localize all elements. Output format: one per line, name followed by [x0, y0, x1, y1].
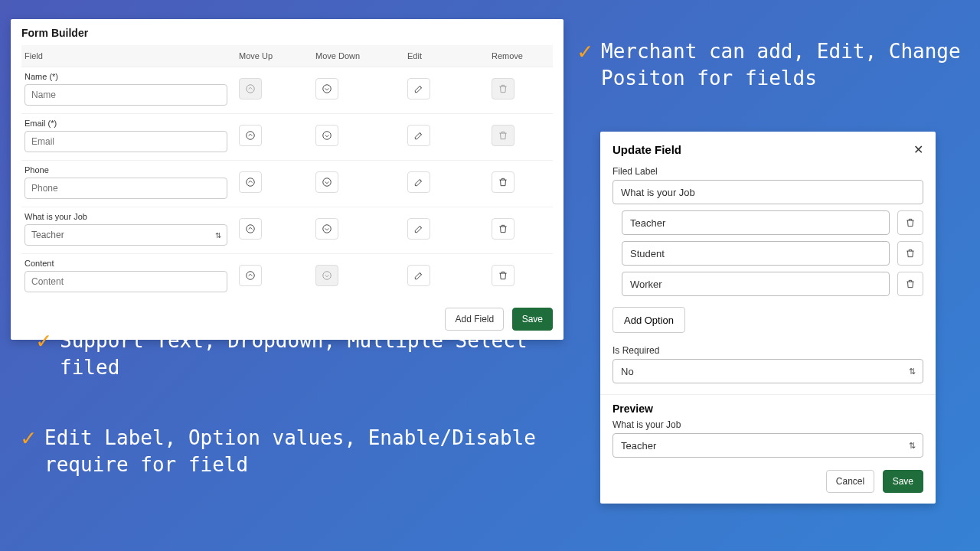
edit-button[interactable] [407, 218, 430, 240]
table-row: What is your Job⇅ [21, 207, 553, 254]
delete-option-button[interactable] [897, 210, 923, 235]
is-required-label: Is Required [612, 345, 923, 356]
move-down-button[interactable] [315, 78, 338, 99]
field-select[interactable] [24, 224, 227, 246]
check-icon: ✓ [21, 426, 35, 449]
edit-button[interactable] [407, 171, 430, 193]
svg-point-8 [247, 272, 255, 280]
edit-button[interactable] [407, 265, 430, 286]
move-up-button[interactable] [239, 265, 262, 286]
table-row: Phone [21, 161, 553, 207]
col-move-down: Move Down [315, 51, 407, 60]
form-builder-header-row: Field Move Up Move Down Edit Remove [21, 45, 553, 67]
svg-point-7 [323, 225, 332, 233]
svg-point-2 [247, 132, 255, 140]
feature-bullet: ✓ Support Text, Dropdown, Multiple Selec… [37, 328, 573, 381]
field-label: Name (*) [24, 72, 239, 81]
col-remove: Remove [492, 51, 560, 60]
preview-field-label: What is your Job [612, 419, 923, 430]
edit-button[interactable] [407, 78, 430, 99]
delete-option-button[interactable] [897, 241, 923, 266]
field-input[interactable] [24, 178, 227, 199]
option-row [622, 272, 923, 296]
move-up-button [239, 78, 262, 99]
field-input[interactable] [24, 131, 227, 152]
close-icon[interactable]: ✕ [913, 142, 923, 157]
remove-button[interactable] [492, 218, 514, 240]
form-builder-panel: Form Builder Field Move Up Move Down Edi… [11, 19, 564, 340]
add-option-button[interactable]: Add Option [612, 307, 685, 333]
delete-option-button[interactable] [897, 272, 923, 296]
field-label: Phone [24, 165, 239, 174]
move-up-button[interactable] [239, 125, 262, 146]
move-up-button[interactable] [239, 218, 262, 240]
svg-point-3 [323, 132, 332, 140]
table-row: Content [21, 254, 553, 300]
bullet-text: Merchant can add, Edit, Change Positon f… [601, 38, 961, 92]
move-down-button[interactable] [315, 125, 338, 146]
check-icon: ✓ [37, 329, 51, 352]
move-down-button[interactable] [315, 171, 338, 193]
option-row [622, 210, 923, 235]
edit-button[interactable] [407, 125, 430, 146]
remove-button[interactable] [492, 265, 514, 286]
feature-bullet: ✓ Merchant can add, Edit, Change Positon… [578, 38, 961, 92]
field-label: Content [24, 259, 239, 268]
col-edit: Edit [407, 51, 492, 60]
col-move-up: Move Up [239, 51, 315, 60]
svg-point-5 [323, 178, 332, 187]
col-field: Field [24, 51, 239, 60]
field-input[interactable] [24, 271, 227, 292]
field-input[interactable] [24, 84, 227, 106]
move-up-button[interactable] [239, 171, 262, 193]
modal-title: Update Field [612, 143, 681, 156]
feature-bullet: ✓ Edit Label, Option values, Enable/Disa… [21, 425, 588, 478]
remove-button [492, 125, 514, 146]
move-down-button[interactable] [315, 218, 338, 240]
option-input[interactable] [622, 272, 890, 296]
field-label-label: Filed Label [612, 166, 923, 177]
bullet-text: Edit Label, Option values, Enable/Disabl… [44, 425, 588, 478]
table-row: Email (*) [21, 114, 553, 161]
option-row [622, 241, 923, 266]
form-builder-footer: Add Field Save [21, 300, 553, 331]
form-builder-title: Form Builder [21, 27, 553, 39]
field-label: What is your Job [24, 212, 239, 221]
remove-button[interactable] [492, 171, 514, 193]
preview-select[interactable] [612, 433, 923, 458]
table-row: Name (*) [21, 67, 553, 114]
svg-point-0 [247, 85, 255, 93]
remove-button [492, 78, 514, 99]
field-label-input[interactable] [612, 180, 923, 204]
option-input[interactable] [622, 241, 890, 266]
option-input[interactable] [622, 210, 890, 235]
modal-save-button[interactable]: Save [883, 470, 923, 493]
cancel-button[interactable]: Cancel [826, 470, 874, 493]
svg-point-9 [323, 272, 332, 280]
svg-point-4 [247, 178, 255, 187]
update-field-modal: Update Field ✕ Filed Label Add Option Is… [600, 132, 936, 504]
move-down-button [315, 265, 338, 286]
preview-title: Preview [612, 403, 923, 415]
bullet-text: Support Text, Dropdown, Multiple Select … [60, 328, 573, 381]
svg-point-1 [323, 85, 332, 93]
check-icon: ✓ [578, 40, 592, 63]
svg-point-6 [247, 225, 255, 233]
field-label: Email (*) [24, 119, 239, 128]
is-required-select[interactable] [612, 359, 923, 383]
